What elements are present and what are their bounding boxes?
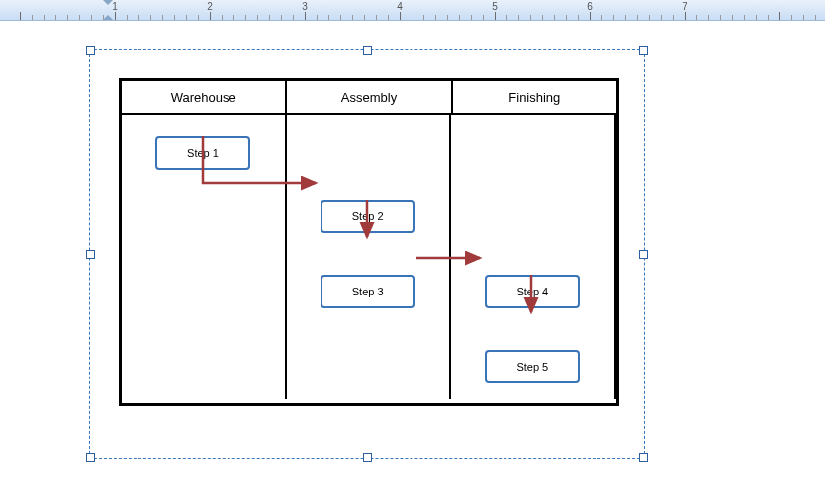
step-3-label: Step 3 xyxy=(352,286,384,297)
resize-handle-e[interactable] xyxy=(639,250,648,259)
swimlane-diagram[interactable]: Warehouse Assembly Finishing Step 1 Step… xyxy=(119,78,619,406)
resize-handle-sw[interactable] xyxy=(86,453,95,462)
lane-finishing[interactable]: Step 4 Step 5 xyxy=(451,115,616,399)
step-2-box[interactable]: Step 2 xyxy=(321,200,415,233)
lane-warehouse[interactable]: Step 1 xyxy=(122,115,287,399)
swimlane-header-assembly[interactable]: Assembly xyxy=(287,81,452,113)
ruler-number: 1 xyxy=(112,1,118,12)
swimlane-header-row: Warehouse Assembly Finishing xyxy=(122,81,616,115)
swimlane-header-warehouse[interactable]: Warehouse xyxy=(122,81,287,113)
ruler-number: 5 xyxy=(492,1,498,12)
resize-handle-w[interactable] xyxy=(86,250,95,259)
step-4-box[interactable]: Step 4 xyxy=(485,275,580,308)
step-1-box[interactable]: Step 1 xyxy=(155,136,250,170)
resize-handle-ne[interactable] xyxy=(639,46,648,55)
ruler-number: 6 xyxy=(587,1,593,12)
step-2-label: Step 2 xyxy=(352,210,384,222)
step-3-box[interactable]: Step 3 xyxy=(321,275,415,308)
step-4-label: Step 4 xyxy=(516,286,548,297)
resize-handle-n[interactable] xyxy=(363,46,372,55)
document-page[interactable]: Warehouse Assembly Finishing Step 1 Step… xyxy=(20,25,811,499)
resize-handle-se[interactable] xyxy=(639,453,648,462)
lane-assembly[interactable]: Step 2 Step 3 xyxy=(287,115,452,399)
step-1-label: Step 1 xyxy=(187,147,219,159)
step-5-label: Step 5 xyxy=(516,361,548,373)
horizontal-ruler[interactable]: 1234567 xyxy=(0,0,825,21)
ruler-number: 4 xyxy=(397,1,403,12)
ruler-number: 3 xyxy=(302,1,308,12)
ruler-number: 2 xyxy=(207,1,213,12)
resize-handle-s[interactable] xyxy=(363,453,372,462)
resize-handle-nw[interactable] xyxy=(86,46,95,55)
swimlane-header-finishing[interactable]: Finishing xyxy=(453,81,616,113)
step-5-box[interactable]: Step 5 xyxy=(485,350,580,383)
ruler-number: 7 xyxy=(682,1,688,12)
swimlane-body: Step 1 Step 2 Step 3 Step 4 Step 5 xyxy=(122,115,616,399)
